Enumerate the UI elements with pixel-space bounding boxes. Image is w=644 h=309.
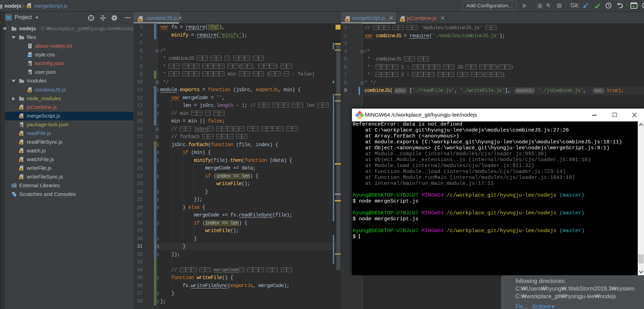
svg-text:JS: JS	[345, 18, 348, 22]
svg-text:JS: JS	[19, 107, 23, 109]
svg-text:JS: JS	[28, 89, 31, 92]
svg-text:JS: JS	[19, 168, 23, 171]
svg-text:css: css	[28, 55, 31, 57]
svg-text:JS: JS	[138, 18, 141, 22]
svg-text:JS: JS	[19, 133, 23, 135]
svg-text:JS: JS	[19, 142, 23, 144]
svg-text:JS: JS	[19, 116, 23, 118]
svg-text:JS: JS	[19, 177, 23, 179]
svg-text:JS: JS	[19, 159, 23, 162]
svg-text:JS: JS	[19, 151, 23, 153]
svg-text:JS: JS	[27, 6, 30, 8]
svg-text:JS: JS	[400, 18, 403, 22]
